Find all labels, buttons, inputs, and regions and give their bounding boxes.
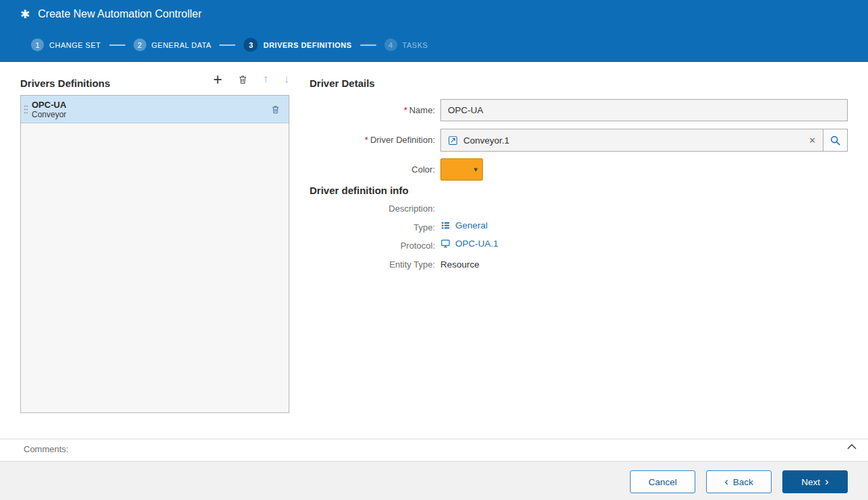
- color-field-label: Color:: [307, 164, 435, 175]
- driver-definition-value: Conveyor.1: [463, 135, 803, 146]
- chevron-right-icon: ›: [825, 476, 829, 487]
- step-general-data[interactable]: 2 GENERAL DATA: [134, 38, 212, 51]
- protocol-label: Protocol:: [307, 241, 435, 251]
- protocol-value-link[interactable]: OPC-UA.1: [455, 239, 498, 249]
- step-connector: [360, 44, 376, 46]
- collapse-comments-button[interactable]: [846, 443, 857, 450]
- step-3-label: DRIVERS DEFINITIONS: [263, 41, 351, 49]
- step-drivers-definitions[interactable]: 3 DRIVERS DEFINITIONS: [243, 38, 351, 52]
- color-dropdown-button[interactable]: ▾: [440, 158, 483, 181]
- name-label-text: Name:: [409, 105, 435, 115]
- dialog-title: Create New Automation Controller: [38, 8, 202, 20]
- back-button[interactable]: ‹ Back: [706, 470, 772, 493]
- step-4-circle: 4: [384, 38, 397, 51]
- type-value-row: General: [440, 220, 488, 230]
- protocol-value-row: OPC-UA.1: [440, 239, 498, 249]
- step-1-label: CHANGE SET: [49, 41, 101, 49]
- list-type-icon: [440, 220, 451, 230]
- next-button-label: Next: [801, 477, 820, 487]
- driver-definition-picker[interactable]: Conveyor.1 ✕: [440, 129, 823, 152]
- step-4-label: TASKS: [403, 41, 428, 49]
- dialog-footer: Cancel ‹ Back Next ›: [0, 461, 868, 500]
- entity-type-value-row: Resource: [440, 259, 480, 270]
- list-item-text: OPC-UA Conveyor: [32, 100, 270, 119]
- caret-down-icon: ▾: [473, 165, 478, 174]
- step-2-label: GENERAL DATA: [152, 41, 212, 49]
- chevron-left-icon: ‹: [724, 476, 728, 487]
- move-up-button[interactable]: ↑: [263, 73, 269, 86]
- drivers-list-toolbar: + ↑ ↓: [213, 72, 289, 87]
- trash-icon: [237, 74, 248, 85]
- open-reference-icon: [448, 135, 458, 146]
- dialog-header: ✱ Create New Automation Controller 1 CHA…: [0, 0, 868, 62]
- browse-driver-definition-button[interactable]: [823, 129, 848, 152]
- drag-handle-icon[interactable]: [24, 104, 28, 115]
- app-asterisk-icon: ✱: [20, 9, 30, 20]
- driver-definition-field-label: *Driver Definition:: [307, 135, 435, 145]
- step-connector: [109, 44, 125, 46]
- list-item-subtitle: Conveyor: [32, 110, 270, 119]
- cancel-button-label: Cancel: [648, 477, 676, 487]
- monitor-icon: [440, 239, 451, 249]
- list-item-opc-ua[interactable]: OPC-UA Conveyor: [21, 96, 289, 123]
- step-2-circle: 2: [134, 38, 146, 51]
- search-icon: [830, 135, 841, 146]
- trash-icon: [270, 104, 281, 115]
- driver-definition-label-text: Driver Definition:: [370, 135, 435, 145]
- name-input[interactable]: [440, 99, 848, 121]
- move-down-button[interactable]: ↓: [284, 73, 290, 86]
- name-field-label: *Name:: [307, 105, 435, 115]
- wizard-stepper: 1 CHANGE SET 2 GENERAL DATA 3 DRIVERS DE…: [31, 38, 428, 52]
- type-label: Type:: [307, 222, 435, 232]
- add-driver-button[interactable]: +: [213, 72, 222, 87]
- driver-details-title: Driver Details: [310, 77, 375, 89]
- chevron-up-icon: [846, 443, 857, 450]
- delete-list-item-button[interactable]: [270, 104, 281, 115]
- drivers-definitions-list[interactable]: OPC-UA Conveyor: [20, 95, 289, 413]
- step-change-set[interactable]: 1 CHANGE SET: [31, 38, 101, 51]
- description-label: Description:: [307, 204, 435, 214]
- driver-definition-field: Conveyor.1 ✕: [440, 129, 848, 152]
- clear-icon[interactable]: ✕: [809, 136, 816, 145]
- comments-label: Comments:: [24, 444, 68, 454]
- cancel-button[interactable]: Cancel: [630, 470, 695, 493]
- required-asterisk: *: [404, 105, 407, 115]
- list-item-name: OPC-UA: [32, 100, 270, 110]
- step-connector: [219, 44, 235, 46]
- footer-buttons: Cancel ‹ Back Next ›: [630, 470, 848, 493]
- type-value-link[interactable]: General: [455, 220, 488, 230]
- driver-definition-info-title: Driver definition info: [310, 185, 409, 196]
- comments-divider: [0, 439, 868, 439]
- entity-type-value: Resource: [440, 259, 480, 270]
- header-title-row: ✱ Create New Automation Controller: [20, 8, 202, 20]
- step-1-circle: 1: [31, 38, 44, 51]
- back-button-label: Back: [733, 477, 753, 487]
- entity-type-label: Entity Type:: [307, 259, 435, 270]
- step-tasks[interactable]: 4 TASKS: [384, 38, 428, 51]
- next-button[interactable]: Next ›: [782, 470, 848, 493]
- required-asterisk: *: [365, 135, 368, 145]
- step-3-circle: 3: [243, 38, 258, 52]
- delete-driver-button[interactable]: [237, 74, 248, 85]
- drivers-definitions-title: Drivers Definitions: [20, 77, 110, 89]
